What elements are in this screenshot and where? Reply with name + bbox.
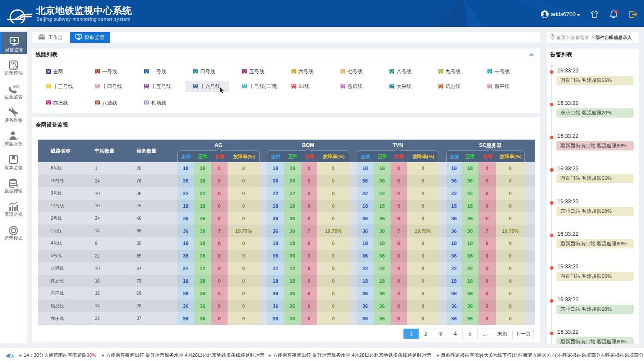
svg-text:ACC: ACC xyxy=(13,85,19,88)
svg-text:AFC: AFC xyxy=(10,62,16,65)
